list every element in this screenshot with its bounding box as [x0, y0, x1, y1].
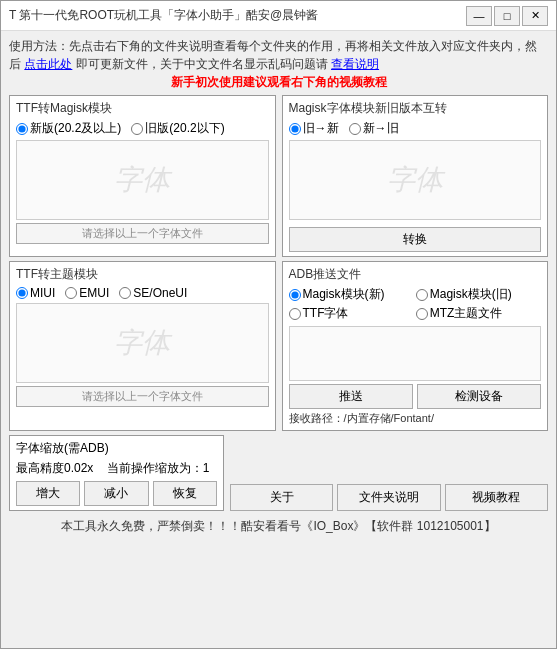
ttf-magisk-old-radio[interactable]	[131, 123, 143, 135]
adb-push-button[interactable]: 推送	[289, 384, 413, 409]
adb-push-title: ADB推送文件	[289, 266, 542, 283]
adb-push-panel: ADB推送文件 Magisk模块(新) Magisk模块(旧) TTF字体	[282, 261, 549, 431]
adb-mtz-radio[interactable]	[416, 308, 428, 320]
adb-push-buttons-row: 推送 检测设备	[289, 384, 542, 409]
ttf-theme-emui-radio[interactable]	[65, 287, 77, 299]
ttf-magisk-panel: TTF转Magisk模块 新版(20.2及以上) 旧版(20.2以下) 字体 请…	[9, 95, 276, 257]
adb-magisk-new-label: Magisk模块(新)	[303, 286, 385, 303]
font-scale-title: 字体缩放(需ADB)	[16, 440, 217, 457]
ttf-magisk-title: TTF转Magisk模块	[16, 100, 269, 117]
highlight-text: 新手初次使用建议观看右下角的视频教程	[9, 73, 548, 91]
window-title: T 第十一代免ROOT玩机工具「字体小助手」酷安@晨钟酱	[9, 7, 466, 24]
close-button[interactable]: ✕	[522, 6, 548, 26]
adb-path-info: 接收路径：/内置存储/Fontant/	[289, 411, 542, 426]
ttf-theme-radio-row: MIUI EMUI SE/OneUI	[16, 286, 269, 300]
magisk-old-to-new-option[interactable]: 旧→新	[289, 120, 339, 137]
window-controls: — □ ✕	[466, 6, 548, 26]
maximize-button[interactable]: □	[494, 6, 520, 26]
font-scale-current: 当前操作缩放为：1	[107, 461, 210, 475]
ttf-theme-miui-option[interactable]: MIUI	[16, 286, 55, 300]
adb-detect-button[interactable]: 检测设备	[417, 384, 541, 409]
about-button[interactable]: 关于	[230, 484, 333, 511]
adb-push-radios: Magisk模块(新) Magisk模块(旧) TTF字体 MTZ主题文件	[289, 286, 542, 322]
info-section: 使用方法：先点击右下角的文件夹说明查看每个文件夹的作用，再将相关文件放入对应文件…	[9, 37, 548, 91]
ttf-magisk-new-radio[interactable]	[16, 123, 28, 135]
footer-static-text: 本工具永久免费，严禁倒卖！！！酷安看看号《IO_Box》【软件群 1012105…	[61, 519, 495, 533]
adb-mtz-option[interactable]: MTZ主题文件	[416, 305, 541, 322]
ttf-theme-se-option[interactable]: SE/OneUI	[119, 286, 187, 300]
title-bar: T 第十一代免ROOT玩机工具「字体小助手」酷安@晨钟酱 — □ ✕	[1, 1, 556, 31]
adb-ttf-option[interactable]: TTF字体	[289, 305, 414, 322]
ttf-theme-title: TTF转主题模块	[16, 266, 269, 283]
magisk-old-to-new-radio[interactable]	[289, 123, 301, 135]
mid-panels-row: TTF转主题模块 MIUI EMUI SE/OneUI	[9, 261, 548, 431]
adb-magisk-new-radio[interactable]	[289, 289, 301, 301]
ttf-magisk-radio-row: 新版(20.2及以上) 旧版(20.2以下)	[16, 120, 269, 137]
adb-ttf-radio[interactable]	[289, 308, 301, 320]
ttf-theme-se-radio[interactable]	[119, 287, 131, 299]
ttf-magisk-old-label: 旧版(20.2以下)	[145, 120, 224, 137]
font-scale-precision: 最高精度0.02x	[16, 461, 93, 475]
magisk-convert-radio-row: 旧→新 新→旧	[289, 120, 542, 137]
top-panels-row: TTF转Magisk模块 新版(20.2及以上) 旧版(20.2以下) 字体 请…	[9, 95, 548, 257]
adb-magisk-old-radio[interactable]	[416, 289, 428, 301]
ttf-theme-se-label: SE/OneUI	[133, 286, 187, 300]
ttf-magisk-new-label: 新版(20.2及以上)	[30, 120, 121, 137]
ttf-theme-panel: TTF转主题模块 MIUI EMUI SE/OneUI	[9, 261, 276, 431]
magisk-convert-panel: Magisk字体模块新旧版本互转 旧→新 新→旧 字体 转换	[282, 95, 549, 257]
adb-magisk-new-option[interactable]: Magisk模块(新)	[289, 286, 414, 303]
ttf-theme-miui-label: MIUI	[30, 286, 55, 300]
content-area: 使用方法：先点击右下角的文件夹说明查看每个文件夹的作用，再将相关文件放入对应文件…	[1, 31, 556, 648]
magisk-old-to-new-label: 旧→新	[303, 120, 339, 137]
ttf-magisk-old-option[interactable]: 旧版(20.2以下)	[131, 120, 224, 137]
folder-button[interactable]: 文件夹说明	[337, 484, 440, 511]
click-here-link[interactable]: 点击此处	[24, 57, 72, 71]
ttf-theme-watermark: 字体	[114, 324, 170, 362]
minimize-button[interactable]: —	[466, 6, 492, 26]
view-instructions-link[interactable]: 查看说明	[331, 57, 379, 71]
info-line3: 即可更新文件，关于中文文件名显示乱码问题请	[76, 57, 331, 71]
magisk-new-to-old-label: 新→旧	[363, 120, 399, 137]
adb-magisk-old-option[interactable]: Magisk模块(旧)	[416, 286, 541, 303]
font-decrease-button[interactable]: 减小	[84, 481, 148, 506]
ttf-magisk-select-button[interactable]: 请选择以上一个字体文件	[16, 223, 269, 244]
right-footer-area: 关于 文件夹说明 视频教程	[230, 435, 548, 511]
ttf-theme-preview: 字体	[16, 303, 269, 383]
bottom-panels-row: 字体缩放(需ADB) 最高精度0.02x 当前操作缩放为：1 增大 减小 恢复 …	[9, 435, 548, 511]
footer-buttons-row: 关于 文件夹说明 视频教程	[230, 484, 548, 511]
adb-push-preview	[289, 326, 542, 381]
font-restore-button[interactable]: 恢复	[153, 481, 217, 506]
ttf-magisk-preview: 字体	[16, 140, 269, 220]
magisk-new-to-old-option[interactable]: 新→旧	[349, 120, 399, 137]
font-scale-info: 最高精度0.02x 当前操作缩放为：1	[16, 460, 217, 477]
video-tutorial-button[interactable]: 视频教程	[445, 484, 548, 511]
footer-text: 本工具永久免费，严禁倒卖！！！酷安看看号《IO_Box》【软件群 1012105…	[9, 518, 548, 535]
magisk-convert-watermark: 字体	[387, 161, 443, 199]
ttf-theme-emui-label: EMUI	[79, 286, 109, 300]
scale-buttons-row: 增大 减小 恢复	[16, 481, 217, 506]
adb-ttf-label: TTF字体	[303, 305, 349, 322]
ttf-magisk-watermark: 字体	[114, 161, 170, 199]
ttf-theme-emui-option[interactable]: EMUI	[65, 286, 109, 300]
ttf-theme-miui-radio[interactable]	[16, 287, 28, 299]
font-scale-section: 字体缩放(需ADB) 最高精度0.02x 当前操作缩放为：1 增大 减小 恢复	[9, 435, 224, 511]
adb-magisk-old-label: Magisk模块(旧)	[430, 286, 512, 303]
main-window: T 第十一代免ROOT玩机工具「字体小助手」酷安@晨钟酱 — □ ✕ 使用方法：…	[0, 0, 557, 649]
adb-mtz-label: MTZ主题文件	[430, 305, 503, 322]
font-increase-button[interactable]: 增大	[16, 481, 80, 506]
ttf-magisk-new-option[interactable]: 新版(20.2及以上)	[16, 120, 121, 137]
magisk-convert-button[interactable]: 转换	[289, 227, 542, 252]
magisk-convert-title: Magisk字体模块新旧版本互转	[289, 100, 542, 117]
magisk-new-to-old-radio[interactable]	[349, 123, 361, 135]
ttf-theme-select-button[interactable]: 请选择以上一个字体文件	[16, 386, 269, 407]
magisk-convert-preview: 字体	[289, 140, 542, 220]
